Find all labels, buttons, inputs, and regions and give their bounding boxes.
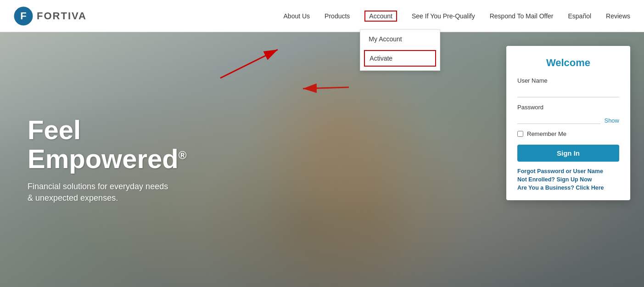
fortiva-logo-icon: F xyxy=(14,6,33,26)
nav-link-reviews[interactable]: Reviews xyxy=(606,12,630,20)
not-enrolled-link[interactable]: Not Enrolled? Sign Up Now xyxy=(517,176,619,183)
username-label: User Name xyxy=(517,77,619,84)
username-group: User Name xyxy=(517,77,619,97)
nav-item-products[interactable]: Products xyxy=(325,12,350,20)
nav-link-espanol[interactable]: Español xyxy=(568,12,592,20)
business-link[interactable]: Are You a Business? Click Here xyxy=(517,185,619,191)
nav-item-espanol[interactable]: Español xyxy=(568,12,592,20)
nav-item-pre-qualify[interactable]: See If You Pre-Qualify xyxy=(412,12,475,20)
hero-headline: Feel Empowered® xyxy=(28,115,186,174)
brand-name: FORTIVA xyxy=(37,10,87,22)
account-dropdown: My Account Activate xyxy=(360,29,440,71)
show-password-toggle[interactable]: Show xyxy=(604,117,619,124)
nav-link-account[interactable]: Account xyxy=(364,11,397,22)
hero-image xyxy=(203,48,502,287)
password-group: Password Show xyxy=(517,104,619,124)
nav-links: About Us Products Account My Account Act… xyxy=(284,12,630,20)
dropdown-item-my-account[interactable]: My Account xyxy=(360,30,440,48)
nav-link-pre-qualify[interactable]: See If You Pre-Qualify xyxy=(412,12,475,20)
password-label: Password xyxy=(517,104,619,111)
sign-in-button[interactable]: Sign In xyxy=(517,145,619,162)
remember-me-checkbox[interactable] xyxy=(517,131,523,137)
dropdown-item-activate[interactable]: Activate xyxy=(364,50,436,67)
password-row: Show xyxy=(517,113,619,124)
nav-link-mail-offer[interactable]: Respond To Mail Offer xyxy=(490,12,554,20)
hero-subtext: Financial solutions for everyday needs &… xyxy=(28,181,186,204)
nav-item-reviews[interactable]: Reviews xyxy=(606,12,630,20)
nav-item-about-us[interactable]: About Us xyxy=(284,12,310,20)
navbar: F FORTIVA About Us Products Account My A… xyxy=(0,0,644,32)
password-input[interactable] xyxy=(517,113,600,124)
hero-text-block: Feel Empowered® Financial solutions for … xyxy=(0,115,186,204)
login-card: Welcome User Name Password Show Remember… xyxy=(506,46,630,200)
remember-me-label: Remember Me xyxy=(527,130,566,137)
remember-me-row: Remember Me xyxy=(517,130,619,137)
svg-text:F: F xyxy=(20,10,26,22)
nav-link-about-us[interactable]: About Us xyxy=(284,12,310,20)
nav-link-products[interactable]: Products xyxy=(325,12,350,20)
logo[interactable]: F FORTIVA xyxy=(14,6,87,26)
nav-item-account[interactable]: Account My Account Activate xyxy=(364,12,397,20)
login-title: Welcome xyxy=(517,57,619,69)
login-help-links: Forgot Password or User Name Not Enrolle… xyxy=(517,168,619,191)
hero-section: Feel Empowered® Financial solutions for … xyxy=(0,32,644,287)
forgot-password-link[interactable]: Forgot Password or User Name xyxy=(517,168,619,174)
username-input[interactable] xyxy=(517,86,619,97)
nav-item-mail-offer[interactable]: Respond To Mail Offer xyxy=(490,12,554,20)
